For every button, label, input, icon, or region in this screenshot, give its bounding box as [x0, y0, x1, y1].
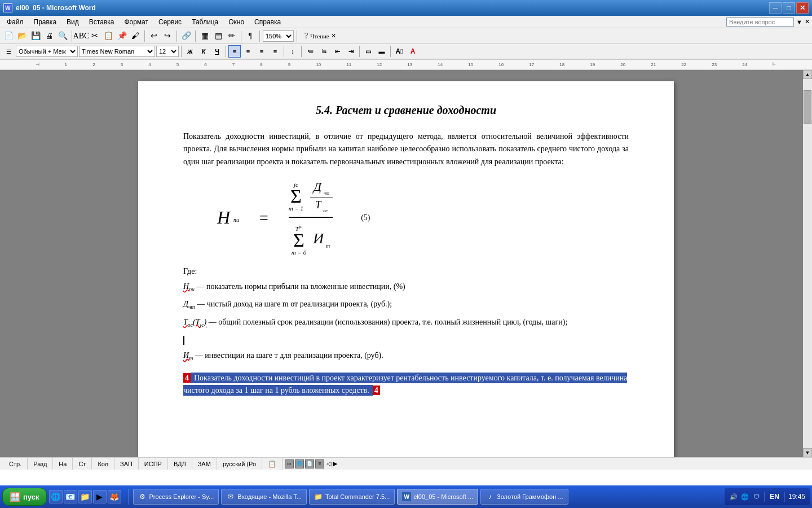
font-color-button[interactable]: A: [407, 45, 419, 58]
taskbar-total-commander[interactable]: 📁 Total Commander 7.5...: [309, 489, 395, 505]
ruler-mark: 8: [260, 62, 262, 67]
print-view-btn[interactable]: 📄: [305, 459, 314, 468]
decrease-indent-button[interactable]: ⇤: [331, 45, 343, 58]
media-icon[interactable]: ▶: [93, 490, 107, 503]
menu-tools[interactable]: Сервис: [154, 17, 186, 27]
ruler-mark: 18: [559, 62, 564, 67]
scroll-down-button[interactable]: ▼: [803, 448, 812, 457]
align-center-button[interactable]: ≡: [242, 45, 254, 58]
drawing-icon[interactable]: ✏: [226, 30, 238, 42]
toolbar-sep-2: [144, 30, 145, 42]
def-line-1: Нпи — показатель нормы прибыли на вложен…: [183, 281, 629, 294]
document-page[interactable]: 5.4. Расчет и сравнение доходности Показ…: [138, 81, 674, 457]
underline-button[interactable]: Ч: [211, 45, 223, 58]
vertical-scrollbar[interactable]: ▲ ▼: [803, 70, 812, 457]
firefox-icon[interactable]: 🦊: [108, 490, 121, 503]
save-icon[interactable]: 💾: [29, 30, 42, 42]
taskbar-word[interactable]: W el00_05 - Microsoft ...: [397, 489, 478, 505]
window-title: el00_05 - Microsoft Word: [16, 4, 96, 12]
cut-icon[interactable]: ✂: [89, 30, 101, 42]
border-button[interactable]: ▭: [362, 45, 374, 58]
print-icon[interactable]: 🖨: [43, 30, 55, 42]
close-help-icon[interactable]: ✕: [805, 18, 810, 25]
tray-lang[interactable]: EN: [768, 493, 781, 501]
open-icon[interactable]: 📂: [16, 30, 28, 42]
highlight-marker-start: 4: [183, 373, 191, 383]
web-view-btn[interactable]: 🌐: [295, 459, 304, 468]
sidebar-toggle-icon[interactable]: ☰: [2, 45, 15, 58]
menu-edit[interactable]: Правка: [29, 17, 61, 27]
close-doc-icon[interactable]: ✕: [327, 30, 339, 42]
highlighted-text-block[interactable]: Показатель доходности инвестиций в проек…: [183, 373, 627, 396]
help-search-icon[interactable]: ▼: [796, 19, 802, 25]
fmt-sep-1: [181, 46, 182, 57]
new-icon[interactable]: 📄: [2, 30, 15, 42]
normal-view-btn[interactable]: ▭: [285, 459, 294, 468]
size-select[interactable]: 12 10 14 16: [156, 46, 179, 57]
start-button[interactable]: 🪟 пуск: [2, 488, 47, 506]
menu-window[interactable]: Окно: [224, 17, 249, 27]
numbering-button[interactable]: ≒: [317, 45, 330, 58]
paragraph-1[interactable]: Показатель доходности инвестиций, в отли…: [183, 130, 629, 168]
pilcrow-icon[interactable]: ¶: [244, 30, 257, 42]
print-preview-icon[interactable]: 🔍: [56, 30, 69, 42]
status-view-buttons[interactable]: ▭ 🌐 📄 ≡: [285, 459, 324, 468]
bullets-button[interactable]: ≔: [304, 45, 316, 58]
horizontal-scroll[interactable]: ◁ ▶: [326, 460, 337, 467]
status-count: Кол: [92, 458, 114, 470]
maximize-button[interactable]: □: [783, 2, 795, 14]
document-area[interactable]: 5.4. Расчет и сравнение доходности Показ…: [0, 70, 812, 457]
ruler-mark: 23: [712, 62, 717, 67]
line-spacing-button[interactable]: ↕: [286, 45, 299, 58]
read-mode-icon[interactable]: Чтение: [314, 30, 326, 42]
scroll-thumb[interactable]: [804, 90, 811, 124]
ruler-mark: 13: [407, 62, 412, 67]
align-left-button[interactable]: ≡: [228, 45, 241, 58]
align-justify-button[interactable]: ≡: [269, 45, 281, 58]
menu-help[interactable]: Справка: [250, 17, 285, 27]
shading-button[interactable]: ▬: [376, 45, 388, 58]
menu-file[interactable]: Файл: [2, 17, 28, 27]
menu-insert[interactable]: Вставка: [85, 17, 119, 27]
help-input[interactable]: [726, 17, 794, 27]
menu-format[interactable]: Формат: [120, 17, 153, 27]
undo-icon[interactable]: ↩: [148, 30, 160, 42]
status-section: Разд: [28, 458, 53, 470]
align-right-button[interactable]: ≡: [255, 45, 268, 58]
table-icon[interactable]: ▦: [198, 30, 211, 42]
outline-view-btn[interactable]: ≡: [315, 459, 324, 468]
taskbar-gramophone[interactable]: ♪ Золотой Граммофон ...: [480, 489, 568, 505]
taskbar-process-explorer[interactable]: ⚙ Process Explorer - Sy...: [133, 489, 219, 505]
copy-icon[interactable]: 📋: [102, 30, 114, 42]
outlook-icon[interactable]: 📧: [64, 490, 77, 503]
menu-view[interactable]: Вид: [62, 17, 83, 27]
columns-icon[interactable]: ▤: [212, 30, 224, 42]
tray-antivirus-icon[interactable]: 🛡: [752, 492, 761, 501]
ruler-mark: 9: [288, 62, 290, 67]
increase-indent-button[interactable]: ⇥: [345, 45, 357, 58]
paste-icon[interactable]: 📌: [116, 30, 128, 42]
minimize-button[interactable]: ─: [769, 2, 782, 14]
status-icon: 📋: [262, 458, 283, 470]
format-painter-icon[interactable]: 🖌: [129, 30, 142, 42]
window-controls[interactable]: ─ □ ✕: [769, 2, 809, 14]
bold-button[interactable]: Ж: [184, 45, 196, 58]
taskbar-mozilla[interactable]: ✉ Входящие - Mozilla T...: [221, 489, 307, 505]
spell-icon[interactable]: ABC: [75, 30, 87, 42]
mozilla-icon: ✉: [226, 492, 235, 501]
tray-volume-icon[interactable]: 🔊: [729, 492, 738, 501]
explorer-icon[interactable]: 📁: [78, 490, 92, 503]
style-select[interactable]: Обычный + Меж: [16, 46, 78, 57]
zoom-select[interactable]: 150% 100% 75%: [263, 30, 294, 42]
scroll-up-button[interactable]: ▲: [803, 70, 812, 79]
hyperlink-icon[interactable]: 🔗: [180, 30, 192, 42]
ie-icon[interactable]: 🌐: [49, 490, 63, 503]
italic-button[interactable]: К: [197, 45, 210, 58]
tray-network-icon[interactable]: 🌐: [740, 492, 749, 501]
redo-icon[interactable]: ↪: [161, 30, 174, 42]
close-button[interactable]: ✕: [796, 2, 809, 14]
status-page: Стр.: [3, 458, 28, 470]
highlight-button[interactable]: A⃝: [393, 45, 405, 58]
menu-table[interactable]: Таблица: [187, 17, 223, 27]
font-select[interactable]: Times New Roman: [79, 46, 155, 57]
